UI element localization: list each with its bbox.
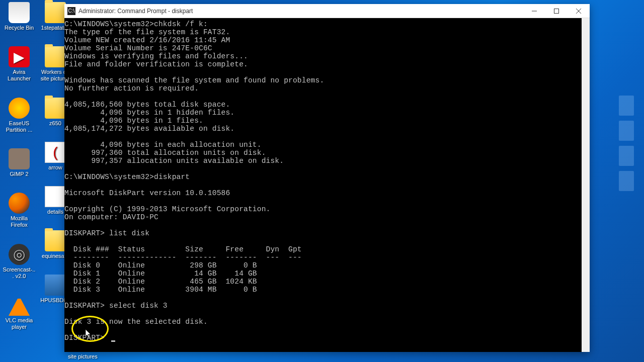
taskbar-label: site pictures (68, 353, 98, 359)
scrollbar[interactable] (582, 18, 590, 352)
firefox[interactable]: Mozilla Firefox (2, 193, 36, 228)
file-details-icon (45, 186, 66, 207)
folder-equinesafe-icon (45, 230, 66, 251)
gimp-icon (9, 148, 30, 169)
icon-label: arrow (48, 164, 62, 171)
close-button[interactable] (568, 4, 590, 18)
icon-label: Avira Launcher (3, 69, 36, 82)
maximize-button[interactable] (545, 4, 568, 18)
screencast[interactable]: ◎Screencast-... v2.0 (2, 244, 36, 280)
firefox-icon (9, 193, 30, 214)
close-icon (576, 9, 581, 14)
icon-label: z650 (49, 120, 61, 127)
svg-rect-1 (554, 9, 559, 13)
titlebar[interactable]: C:\ Administrator: Command Prompt - disk… (64, 4, 590, 18)
command-prompt-window[interactable]: C:\ Administrator: Command Prompt - disk… (64, 4, 590, 352)
icon-label: Mozilla Firefox (3, 215, 36, 228)
recycle-bin-icon (9, 2, 30, 23)
icon-label: Recycle Bin (5, 25, 34, 31)
folder-z650-icon (45, 98, 66, 119)
avira-launcher-icon: ▶ (9, 46, 30, 67)
folder-1step-icon (45, 2, 66, 23)
window-title: Administrator: Command Prompt - diskpart (78, 8, 523, 15)
icon-label: Screencast-... v2.0 (3, 266, 36, 280)
terminal-output[interactable]: C:\WINDOWS\system32>chkdsk /f k: The typ… (64, 18, 590, 352)
icon-label: GIMP 2 (10, 171, 28, 177)
terminal-cursor (111, 340, 115, 342)
desktop[interactable]: Recycle Bin▶Avira LauncherEaseUS Partiti… (0, 0, 644, 362)
easeus-partition[interactable]: EaseUS Partition ... (2, 98, 36, 133)
windows-hero-graphic (589, 90, 644, 261)
vlc[interactable]: VLC media player (2, 295, 36, 330)
icon-label: details (47, 209, 63, 215)
folder-workers-icon (45, 46, 66, 67)
file-arrow-icon: ( (45, 142, 66, 163)
cmd-icon: C:\ (67, 7, 75, 15)
hpusbdisk-icon (45, 275, 66, 296)
recycle-bin[interactable]: Recycle Bin (2, 2, 36, 31)
minimize-button[interactable] (523, 4, 545, 18)
vlc-icon (9, 295, 30, 316)
easeus-partition-icon (9, 98, 30, 119)
icon-label: VLC media player (3, 317, 36, 330)
maximize-icon (554, 9, 559, 14)
screencast-icon: ◎ (9, 244, 30, 265)
minimize-icon (532, 9, 537, 14)
icon-label: EaseUS Partition ... (3, 120, 36, 133)
gimp[interactable]: GIMP 2 (2, 148, 36, 177)
avira-launcher[interactable]: ▶Avira Launcher (2, 46, 36, 82)
